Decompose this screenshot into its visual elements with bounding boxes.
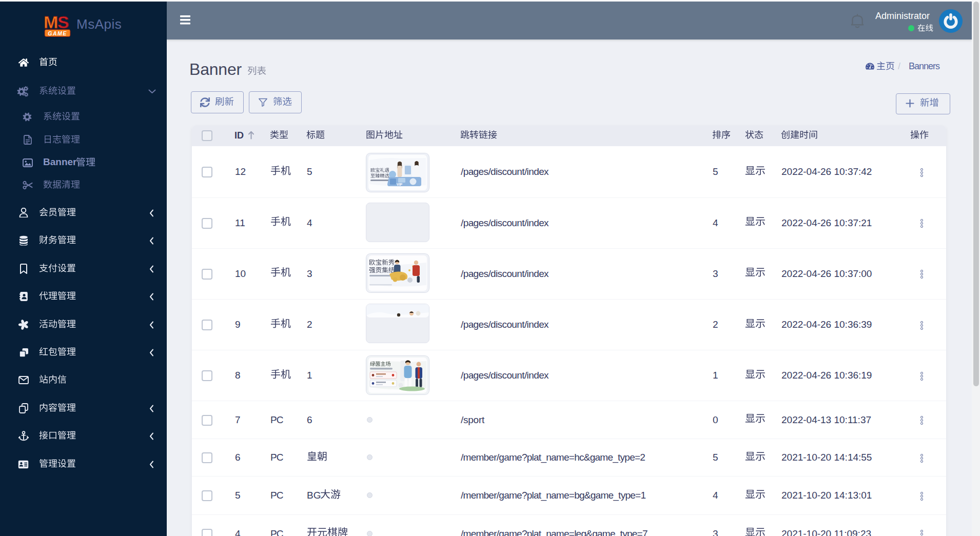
svg-text:VIP: VIP [397,183,403,186]
svg-text:S: S [57,14,69,32]
svg-text:M: M [44,14,58,32]
svg-text:GAME: GAME [48,30,67,36]
